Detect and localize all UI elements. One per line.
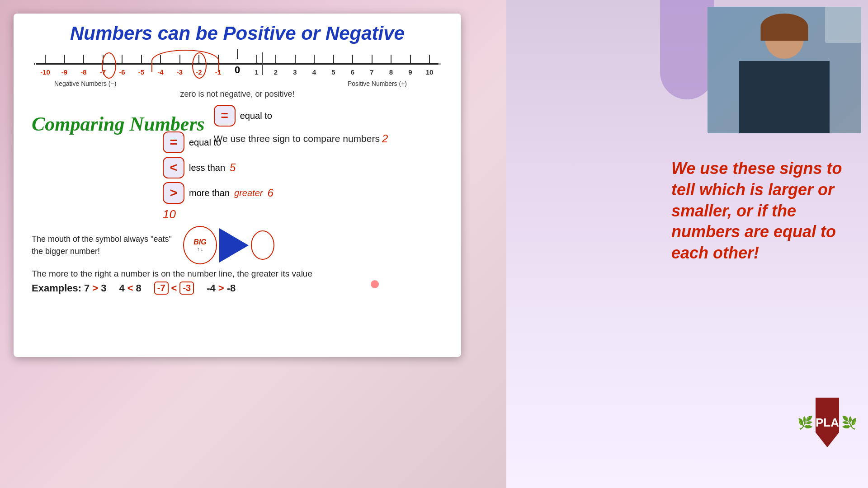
examples-label: Examples: <box>32 282 81 294</box>
shield-container: 🌿 PLA 🌿 <box>800 398 854 447</box>
pink-dot <box>371 280 379 288</box>
equal-sign-box: = <box>214 105 236 127</box>
nl-num-8: 8 <box>382 55 400 76</box>
nl-num--9: -9 <box>56 55 74 76</box>
ex-neg8: -8 <box>227 282 236 294</box>
number-line-container: ← → -10 -9 -8 -7 -6 <box>32 49 443 87</box>
sign-list: = equal to < less than 5 > more than gre… <box>163 131 274 221</box>
window-reflection <box>825 7 861 43</box>
ex-op-1: > <box>92 282 98 294</box>
bottom-symbol-row: The mouth of the symbol always "eats" th… <box>32 226 443 264</box>
nl-num--2: -2 <box>190 55 208 76</box>
nl-num-4: 4 <box>305 55 323 76</box>
person-body <box>739 61 830 133</box>
big-label: BIG <box>193 238 206 246</box>
nl-num--3: -3 <box>171 55 189 76</box>
zero-line-annotation <box>262 52 263 75</box>
positive-numbers-label: Positive Numbers (+) <box>348 80 407 87</box>
hw-greater: greater <box>234 188 263 198</box>
ex-op-4: > <box>218 282 224 294</box>
laurel-left-icon: 🌿 <box>797 415 813 430</box>
purple-decoration <box>660 0 714 99</box>
laurel-right-icon: 🌿 <box>841 415 857 430</box>
sign-item-equal: = equal to <box>214 105 388 127</box>
nl-num--1: -1 <box>209 55 227 76</box>
negative-numbers-label: Negative Numbers (−) <box>54 80 116 87</box>
equal-symbol: = <box>163 131 184 153</box>
nl-num-10: 10 <box>420 55 439 76</box>
right-panel: We use these signs to tell which is larg… <box>506 0 868 488</box>
nl-num-9: 9 <box>401 55 420 76</box>
ex-8: 8 <box>136 282 142 294</box>
small-oval <box>251 230 274 260</box>
tick-arrows: ↑ ↓ <box>197 246 203 253</box>
ex-neg7-circled: -7 <box>154 282 169 295</box>
nl-num--6: -6 <box>113 55 131 76</box>
greater-symbol: > <box>163 182 184 204</box>
nl-num--8: -8 <box>75 55 93 76</box>
number-line-rule: The more to the right a number is on the… <box>32 269 443 279</box>
big-oval: BIG ↑ ↓ <box>183 226 217 264</box>
nl-num-7: 7 <box>363 55 381 76</box>
ex-3: 3 <box>101 282 106 294</box>
slide-title: Numbers can be Positive or Negative <box>32 23 443 44</box>
ex-4: 4 <box>119 282 124 294</box>
video-feed <box>708 7 861 133</box>
pla-shield-logo: 🌿 PLA 🌿 <box>800 398 854 461</box>
nl-num-3: 3 <box>286 55 304 76</box>
hw-6: 6 <box>267 187 273 199</box>
ex-neg4: -4 <box>207 282 216 294</box>
sign-row-greater: > more than greater 6 <box>163 182 274 204</box>
less-symbol: < <box>163 157 184 178</box>
nl-num-2: 2 <box>267 55 285 76</box>
sign-row-equal: = equal to <box>163 131 274 153</box>
person-hair <box>761 14 808 41</box>
greater-label: more than <box>189 188 230 198</box>
mouth-text: The mouth of the symbol always "eats" th… <box>32 235 172 256</box>
nl-num--4: -4 <box>151 55 170 76</box>
mouth-description: The mouth of the symbol always "eats" th… <box>32 233 172 258</box>
number-line-numbers: -10 -9 -8 -7 -6 -5 <box>36 49 439 76</box>
ex-7: 7 <box>84 282 90 294</box>
sign-row-less: < less than 5 <box>163 157 274 178</box>
ex-op-3: < <box>171 282 177 294</box>
handwritten-2: 2 <box>382 132 388 145</box>
zero-note: zero is not negative, or positive! <box>32 89 443 99</box>
hw-10-row: 10 <box>163 207 274 221</box>
nl-num-5: 5 <box>325 55 343 76</box>
ex-op-2: < <box>127 282 133 294</box>
less-text: less than <box>189 163 225 173</box>
equal-label: equal to <box>240 111 272 121</box>
nl-num--5: -5 <box>132 55 151 76</box>
shield-body: PLA <box>816 398 839 447</box>
nl-num-0: 0 <box>228 49 246 76</box>
right-text-panel: We use these signs to tell which is larg… <box>662 149 861 273</box>
hw-5: 5 <box>230 161 236 174</box>
equal-text: equal to <box>189 137 221 148</box>
main-slide: Numbers can be Positive or Negative ← → … <box>14 14 461 357</box>
hw-10: 10 <box>163 207 176 221</box>
ex-neg3-circled: -3 <box>179 282 194 295</box>
examples-section: Examples: 7 > 3 4 < 8 -7 < -3 -4 > -8 <box>32 282 443 295</box>
examples-line: Examples: 7 > 3 4 < 8 -7 < -3 -4 > -8 <box>32 282 443 295</box>
right-panel-text: We use these signs to tell which is larg… <box>671 158 852 264</box>
nl-num-6: 6 <box>344 55 362 76</box>
arrow-diagram: BIG ↑ ↓ <box>183 226 274 264</box>
shield-initials: PLA <box>816 416 839 430</box>
nl-num--10: -10 <box>36 55 54 76</box>
blue-arrow-icon <box>219 228 249 263</box>
video-placeholder <box>708 7 861 133</box>
nl-num--7: -7 <box>94 55 112 76</box>
